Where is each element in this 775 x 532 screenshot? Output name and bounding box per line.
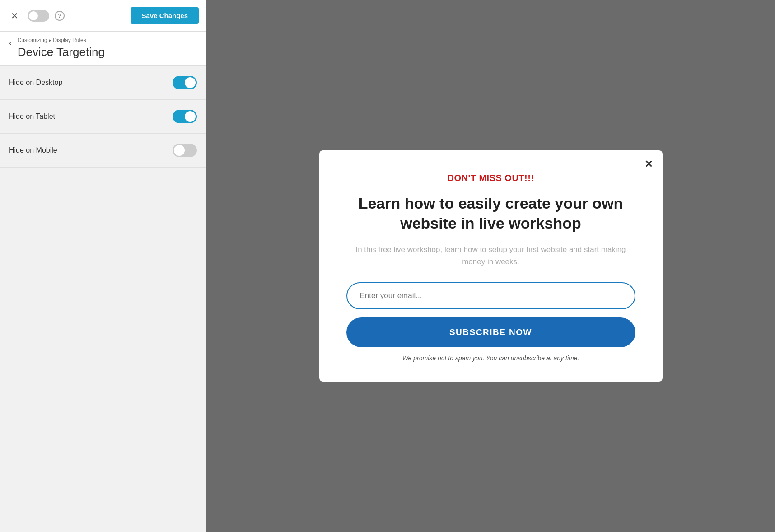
page-title: Device Targeting (18, 45, 105, 59)
hide-tablet-row: Hide on Tablet (0, 100, 206, 134)
breadcrumb-content: Customizing ▸ Display Rules Device Targe… (18, 37, 105, 59)
email-input[interactable] (346, 282, 635, 309)
hide-desktop-label: Hide on Desktop (9, 79, 62, 87)
breadcrumb: Customizing ▸ Display Rules (18, 37, 105, 43)
help-icon[interactable]: ? (55, 11, 65, 21)
breadcrumb-section: ‹ Customizing ▸ Display Rules Device Tar… (0, 32, 206, 66)
hide-tablet-toggle[interactable] (173, 110, 197, 123)
modal-subtitle: In this free live workshop, learn how to… (346, 243, 635, 268)
modal: ✕ DON'T MISS OUT!!! Learn how to easily … (319, 150, 663, 382)
back-button[interactable]: ‹ (9, 38, 18, 47)
left-panel: ✕ ? Save Changes ‹ Customizing ▸ Display… (0, 0, 206, 532)
breadcrumb-row: ‹ Customizing ▸ Display Rules Device Tar… (9, 37, 197, 59)
top-bar: ✕ ? Save Changes (0, 0, 206, 32)
settings-list: Hide on Desktop Hide on Tablet Hide on M… (0, 66, 206, 168)
subscribe-button[interactable]: SUBSCRIBE NOW (346, 317, 635, 347)
preview-toggle[interactable] (28, 10, 49, 22)
hide-mobile-row: Hide on Mobile (0, 134, 206, 168)
hide-mobile-label: Hide on Mobile (9, 146, 57, 154)
modal-headline: DON'T MISS OUT!!! (346, 173, 635, 183)
hide-tablet-label: Hide on Tablet (9, 112, 55, 121)
hide-mobile-toggle[interactable] (173, 144, 197, 157)
save-changes-button[interactable]: Save Changes (131, 7, 199, 24)
right-panel: ✕ DON'T MISS OUT!!! Learn how to easily … (206, 0, 775, 532)
hide-desktop-toggle[interactable] (173, 76, 197, 89)
hide-desktop-row: Hide on Desktop (0, 66, 206, 100)
spam-note: We promise not to spam you. You can unsu… (346, 355, 635, 362)
modal-title: Learn how to easily create your own webs… (346, 193, 635, 233)
modal-close-button[interactable]: ✕ (644, 159, 653, 170)
close-button[interactable]: ✕ (7, 9, 22, 22)
preview-toggle-wrapper (28, 10, 49, 22)
